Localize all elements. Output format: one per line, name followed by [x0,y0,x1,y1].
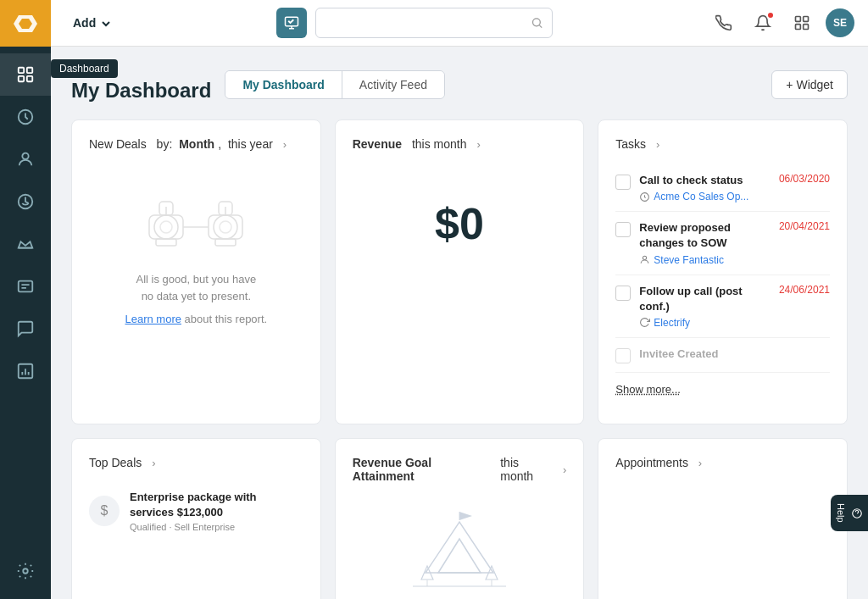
new-deals-no-data-text: All is good, but you have no data yet to… [136,271,257,304]
svg-marker-33 [459,512,472,520]
revenue-goal-chevron[interactable]: › [563,463,566,476]
task-checkbox-1[interactable] [615,175,631,190]
svg-point-13 [532,19,540,26]
new-deals-title-prefix: New Deals [89,137,147,151]
task-item: Follow up call (post conf.) Electrify 24… [615,275,830,338]
notification-badge [766,11,775,19]
add-widget-button[interactable]: + Widget [771,70,848,99]
sidebar-item-settings[interactable] [0,557,51,599]
learn-more-link[interactable]: Learn more [125,313,181,325]
task-sub-label-3: Electrify [654,317,690,329]
task-title-1: Call to check status [639,173,771,188]
new-deals-year: this year [228,137,273,151]
appointments-title: Appointments [615,456,688,469]
deal-item: $ Enterprise package with services $123,… [89,483,303,539]
widget-new-deals-header: New Deals by: Month, this year › [89,137,303,151]
sidebar-item-reports[interactable] [0,350,51,392]
sidebar-item-tasks[interactable] [0,265,51,308]
show-more-tasks[interactable]: Show more... [615,383,830,396]
sidebar-nav [0,47,51,599]
svg-rect-4 [19,76,24,81]
task-sub-2[interactable]: Steve Fantastic [639,254,771,266]
task-sub-label-2: Steve Fantastic [654,254,724,266]
svg-point-23 [220,221,231,233]
task-item: Call to check status Acme Co Sales Op...… [615,164,830,212]
topbar: Add [51,0,868,47]
help-button[interactable]: Help [831,495,868,531]
sidebar-item-dashboard[interactable] [0,53,51,96]
screen-share-icon[interactable] [276,8,307,38]
new-deals-learn-more: Learn more about this report. [125,311,267,328]
task-item: Review proposed changes to SOW Steve Fan… [615,212,830,275]
widget-appointments-header: Appointments › [615,456,830,469]
widget-tasks: Tasks › Call to check status Acme Co Sal… [598,119,848,424]
learn-more-suffix: about this report. [185,313,268,325]
sidebar-item-activity[interactable] [0,96,51,138]
logo-button[interactable] [0,0,51,47]
widget-revenue-goal: Revenue Goal Attainment this month › [335,438,585,599]
sidebar [0,0,51,599]
appointments-chevron[interactable]: › [698,457,702,469]
task-date-1: 06/03/2020 [779,173,830,185]
tab-my-dashboard[interactable]: My Dashboard [225,71,342,98]
task-sub-label-1: Acme Co Sales Op... [654,191,748,202]
new-deals-chevron[interactable]: › [283,138,287,151]
sidebar-item-messages[interactable] [0,308,51,350]
svg-rect-2 [19,68,24,73]
svg-point-29 [643,256,647,259]
svg-point-7 [22,153,28,159]
task-checkbox-2[interactable] [615,222,631,237]
task-item: Invitee Created [615,338,830,373]
svg-rect-16 [796,25,801,30]
apps-icon[interactable] [787,8,817,38]
svg-rect-5 [27,76,32,81]
new-deals-by: by: [157,137,176,151]
sidebar-item-deals[interactable] [0,180,51,223]
widget-top-deals-header: Top Deals › [89,456,303,469]
svg-point-20 [154,215,178,239]
tasks-chevron[interactable]: › [656,138,659,151]
notifications-icon[interactable] [748,8,778,38]
task-sub-1[interactable]: Acme Co Sales Op... [639,191,771,202]
widget-appointments: Appointments › [598,438,848,599]
page-title: My Dashboard [71,79,211,103]
tab-activity-feed[interactable]: Activity Feed [342,71,444,98]
sidebar-item-crown[interactable] [0,223,51,265]
svg-rect-15 [804,17,809,22]
add-button[interactable]: Add [64,11,120,35]
tab-group: My Dashboard Activity Feed [225,70,445,99]
page-header: Dashboard My Dashboard My Dashboard Acti… [71,67,848,103]
widget-revenue: Revenue this month › $0 [335,119,585,424]
deal-icon: $ [89,496,120,526]
task-title-3: Follow up call (post conf.) [639,284,771,314]
task-content-2: Review proposed changes to SOW Steve Fan… [639,220,771,265]
task-content-1: Call to check status Acme Co Sales Op... [639,173,771,202]
task-checkbox-4[interactable] [615,348,631,363]
top-deals-chevron[interactable]: › [152,457,155,469]
widget-grid: New Deals by: Month, this year › [71,119,848,599]
revenue-title-suffix: this month [412,137,467,151]
search-box[interactable] [315,8,553,38]
svg-rect-17 [804,25,809,30]
widget-top-deals: Top Deals › $ Enterprise package with se… [71,438,321,599]
svg-point-11 [23,568,28,574]
widget-tasks-header: Tasks › [615,137,830,151]
svg-rect-3 [27,68,32,73]
svg-marker-30 [426,522,493,573]
new-deals-month: Month [179,137,214,151]
deal-info: Enterprise package with services $123,00… [130,490,303,532]
deal-meta: Qualified · Sell Enterprise [130,522,303,532]
task-checkbox-3[interactable] [615,286,631,301]
widget-new-deals: New Deals by: Month, this year › [71,119,321,424]
sidebar-item-contacts[interactable] [0,138,51,180]
topbar-right: SE [709,8,854,38]
task-sub-3[interactable]: Electrify [639,317,771,329]
main-content: Dashboard My Dashboard My Dashboard Acti… [51,47,868,599]
task-content-3: Follow up call (post conf.) Electrify [639,284,771,329]
svg-rect-27 [215,239,236,246]
search-input[interactable] [325,16,531,30]
revenue-chevron[interactable]: › [476,138,480,151]
task-title-4: Invitee Created [639,347,830,362]
phone-icon[interactable] [709,8,739,38]
user-avatar[interactable]: SE [826,8,854,37]
